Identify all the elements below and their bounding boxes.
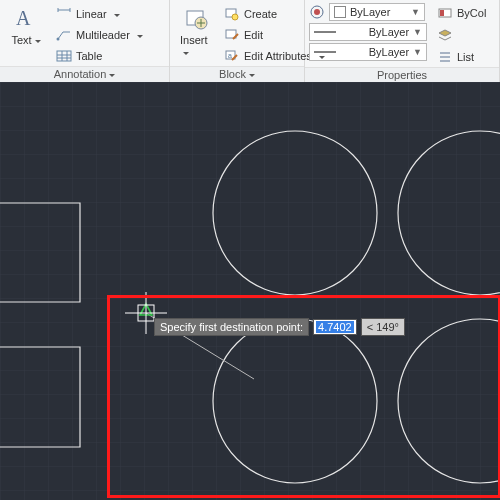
chevron-down-icon: ▼	[413, 27, 422, 37]
bycolor-button[interactable]: ByCol	[433, 3, 490, 23]
edit-block-icon	[224, 27, 240, 43]
dynamic-input: Specify first destination point: 4.7402 …	[154, 318, 405, 336]
table-button[interactable]: Table	[52, 46, 147, 66]
linear-button[interactable]: Linear	[52, 4, 147, 24]
svg-point-1	[57, 38, 60, 41]
text-icon: A	[10, 4, 42, 32]
angle-display: < 149°	[361, 318, 405, 336]
list-label: List	[457, 51, 474, 63]
chevron-down-icon	[111, 8, 120, 20]
lineweight-combo[interactable]: ByLayer ▼	[309, 23, 427, 41]
prompt-label: Specify first destination point:	[154, 318, 309, 336]
create-label: Create	[244, 8, 277, 20]
chevron-down-icon: ▼	[413, 47, 422, 57]
table-icon	[56, 48, 72, 64]
insert-label: Insert	[180, 34, 212, 58]
insert-button[interactable]: Insert	[174, 2, 218, 60]
svg-rect-15	[440, 10, 444, 16]
chevron-down-icon	[134, 29, 143, 41]
panel-block-title[interactable]: Block	[170, 66, 304, 82]
linear-label: Linear	[76, 8, 107, 20]
chevron-down-icon: ▼	[411, 7, 420, 17]
text-label: Text	[11, 34, 40, 46]
color-value: ByLayer	[350, 6, 407, 18]
panel-block: Insert Create Edit a	[170, 0, 305, 82]
create-block-icon	[224, 6, 240, 22]
lineweight-value: ByLayer	[340, 26, 409, 38]
edit-attributes-icon: a	[224, 48, 240, 64]
svg-point-11	[314, 9, 320, 15]
color-combo[interactable]: ByLayer ▼	[329, 3, 425, 21]
svg-text:a: a	[228, 52, 232, 59]
svg-rect-2	[57, 51, 71, 61]
distance-value: 4.7402	[316, 321, 354, 333]
linetype-icon	[314, 47, 336, 57]
linear-dim-icon	[56, 6, 72, 22]
panel-properties-title[interactable]: Properties	[305, 67, 499, 83]
drawing-svg	[0, 82, 500, 500]
distance-input[interactable]: 4.7402	[313, 319, 357, 335]
table-label: Table	[76, 50, 102, 62]
multileader-label: Multileader	[76, 29, 130, 41]
drawing-canvas[interactable]: Specify first destination point: 4.7402 …	[0, 82, 500, 500]
layers-icon	[437, 27, 453, 43]
panel-annotation-title[interactable]: Annotation	[0, 66, 169, 82]
panel-properties: ByLayer ▼ ByLayer ▼ ByLayer ▼	[305, 0, 500, 82]
multileader-button[interactable]: Multileader	[52, 25, 147, 45]
svg-point-6	[232, 14, 238, 20]
insert-block-icon	[180, 4, 212, 32]
color-swatch-icon	[334, 6, 346, 18]
edit-label: Edit	[244, 29, 263, 41]
bycolor-icon	[437, 5, 453, 21]
svg-text:A: A	[16, 7, 31, 29]
text-button[interactable]: A Text	[4, 2, 48, 48]
linetype-combo[interactable]: ByLayer ▼	[309, 43, 427, 61]
match-properties-icon[interactable]	[309, 4, 325, 20]
ribbon: A Text Linear Multileader	[0, 0, 500, 83]
linetype-value: ByLayer	[340, 46, 409, 58]
bycolor-label: ByCol	[457, 7, 486, 19]
multileader-icon	[56, 27, 72, 43]
list-icon	[437, 49, 453, 65]
list-button[interactable]: List	[433, 47, 490, 67]
edit-attributes-label: Edit Attributes	[244, 50, 312, 62]
panel-annotation: A Text Linear Multileader	[0, 0, 170, 82]
lineweight-icon	[314, 27, 336, 37]
layers-button[interactable]	[433, 25, 490, 45]
